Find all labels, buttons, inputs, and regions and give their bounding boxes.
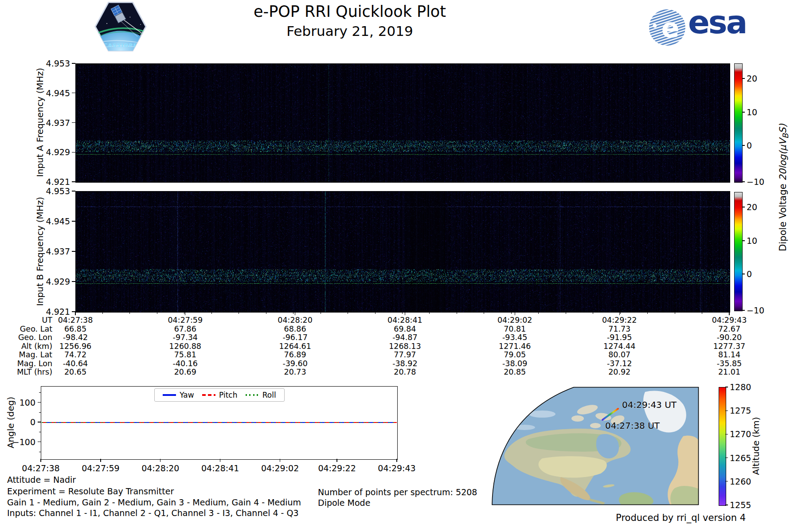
svg-text:e: e xyxy=(661,12,680,43)
angle-y-tick-label: −100 xyxy=(8,437,35,447)
colorbar-dipole-label: Dipole Voltage 20log(μVBS) xyxy=(777,77,789,298)
ephemeris-cell: 04:28:41 xyxy=(363,316,447,325)
freq-tick-label: 4.945 xyxy=(0,216,70,227)
angle-x-tick-label: 04:29:43 xyxy=(361,463,432,473)
freq-tick-mark xyxy=(72,181,75,182)
ephemeris-cell: -38.09 xyxy=(473,360,557,368)
colorbar-tick-label: −10 xyxy=(747,305,773,316)
angle-y-tick-label: 100 xyxy=(8,397,35,408)
ephemeris-cell: -91.95 xyxy=(577,333,661,342)
angle-x-tick-mark xyxy=(160,459,160,462)
freq-tick-mark xyxy=(72,122,75,123)
altitude-tick-label: 1255 xyxy=(730,500,761,510)
ephemeris-cell: 80.07 xyxy=(577,351,661,360)
ephemeris-cell: 1271.46 xyxy=(473,342,557,351)
altitude-tick-label: 1270 xyxy=(730,429,761,439)
time-minor-tick-mark xyxy=(538,312,539,314)
spectrogram-input-a xyxy=(75,63,730,183)
time-tick-mark xyxy=(75,312,75,315)
colorbar-tick-label: 20 xyxy=(747,73,773,84)
time-tick-mark xyxy=(295,312,295,315)
colorbar-tick-mark xyxy=(742,78,745,78)
angle-x-tick-mark xyxy=(100,459,101,462)
ephemeris-cell: -98.42 xyxy=(33,333,117,342)
angle-x-tick-mark xyxy=(40,459,41,462)
freq-tick-mark xyxy=(72,191,75,191)
colorbar-label-sub: B xyxy=(781,133,790,139)
ephemeris-cell: 77.97 xyxy=(363,351,447,360)
colorbar-tick-mark xyxy=(742,181,745,182)
ephemeris-cell: -35.85 xyxy=(687,360,771,368)
altitude-tick-label: 1265 xyxy=(730,453,761,463)
time-tick-mark xyxy=(405,312,405,315)
inputs-text: Inputs: Channel 1 - I1, Channel 2 - Q1, … xyxy=(7,508,299,518)
ephemeris-cell: 66.85 xyxy=(33,325,117,334)
page-date: February 21, 2019 xyxy=(0,23,700,39)
ephemeris-cell: 1256.96 xyxy=(33,342,117,351)
ephemeris-cell: -90.20 xyxy=(687,333,771,342)
colorbar-tick-mark xyxy=(742,207,745,207)
time-minor-tick-mark xyxy=(620,312,621,314)
ephemeris-cell: -97.34 xyxy=(143,333,227,342)
ephemeris-cell: 04:29:02 xyxy=(473,316,557,325)
freq-tick-label: 4.937 xyxy=(0,117,70,128)
ephemeris-cell: 67.86 xyxy=(143,325,227,334)
angle-x-tick-mark xyxy=(336,459,337,462)
ephemeris-cell: 04:27:38 xyxy=(33,316,117,325)
ephemeris-cell: -94.87 xyxy=(363,333,447,342)
time-tick-mark xyxy=(185,312,185,315)
altitude-tick-mark xyxy=(725,481,728,481)
time-tick-mark xyxy=(515,312,515,315)
esa-globe-icon: e xyxy=(647,9,687,46)
roll-line-swatch xyxy=(246,394,259,395)
cassiope-badge-label: CASSIOPE xyxy=(104,43,138,48)
ephemeris-cell: 04:28:20 xyxy=(253,316,337,325)
angle-y-tick-label: 0 xyxy=(8,417,35,427)
colorbar-label-suffix: S) xyxy=(778,124,788,133)
freq-tick-label: 4.953 xyxy=(0,186,70,196)
colorbar-tick-mark xyxy=(742,145,745,145)
angle-y-minor-tick xyxy=(39,412,41,413)
altitude-tick-mark xyxy=(725,387,728,387)
roll-line xyxy=(42,422,397,423)
freq-tick-mark xyxy=(72,152,75,153)
ephemeris-cell: 74.72 xyxy=(33,351,117,360)
ephemeris-cell: 21.01 xyxy=(687,368,771,377)
produced-by-text: Produced by rri_ql version 4 xyxy=(523,512,746,523)
freq-tick-label: 4.953 xyxy=(0,58,70,69)
time-minor-tick-mark xyxy=(593,312,593,314)
ephemeris-cell: 81.14 xyxy=(687,351,771,360)
freq-tick-mark xyxy=(72,63,75,63)
spectrogram-input-b xyxy=(75,191,730,313)
time-minor-tick-mark xyxy=(402,312,403,314)
ephemeris-cell: 1260.88 xyxy=(143,342,227,351)
ephemeris-cell: 1277.37 xyxy=(687,342,771,351)
ephemeris-cell: 20.92 xyxy=(577,368,661,377)
altitude-tick-mark xyxy=(725,458,728,458)
angle-legend: Yaw Pitch Roll xyxy=(154,388,285,402)
colorbar-altitude xyxy=(719,387,726,506)
angle-x-tick-mark xyxy=(280,459,280,462)
dipole-mode-text: Dipole Mode xyxy=(318,498,370,508)
freq-tick-label: 4.929 xyxy=(0,276,70,287)
time-minor-tick-mark xyxy=(647,312,648,314)
freq-tick-label: 4.929 xyxy=(0,147,70,157)
angle-y-minor-tick xyxy=(39,392,41,393)
angle-y-minor-tick xyxy=(39,452,41,452)
time-minor-tick-mark xyxy=(157,312,157,314)
track-start-time-label: 04:27:38 UT xyxy=(605,420,660,431)
ephemeris-cell: 76.89 xyxy=(253,351,337,360)
angle-x-tick-mark xyxy=(220,459,220,462)
ephemeris-cell: 72.67 xyxy=(687,325,771,334)
ephemeris-cell: 20.65 xyxy=(33,368,117,377)
altitude-tick-label: 1275 xyxy=(730,405,761,416)
ephemeris-cell: 04:27:59 xyxy=(143,316,227,325)
colorbar-tick-label: −10 xyxy=(747,176,773,187)
colorbar-tick-label: 0 xyxy=(747,269,773,279)
epop-rri-quicklook-plot: CASSIOPE e-POP RRI Quicklook Plot Februa… xyxy=(0,0,798,532)
legend-label-roll: Roll xyxy=(262,391,276,399)
ephemeris-cell: -39.60 xyxy=(253,360,337,368)
attitude-text: Attitude = Nadir xyxy=(7,475,76,485)
page-title: e-POP RRI Quicklook Plot xyxy=(0,3,700,20)
colorbar-tick-mark xyxy=(742,240,745,241)
